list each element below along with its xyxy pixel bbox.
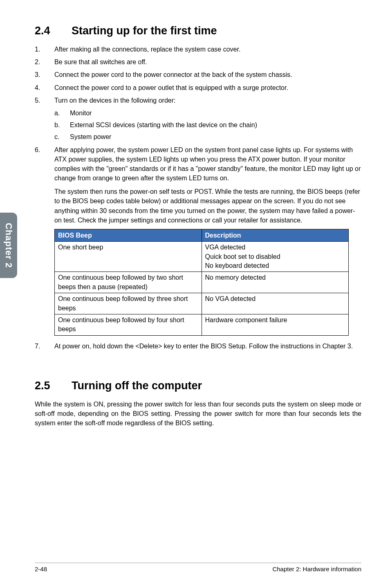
sub-step-item: b.External SCSI devices (starting with t… <box>54 120 361 130</box>
sub-letter: a. <box>54 108 60 118</box>
step-item: After applying power, the system power L… <box>35 145 361 336</box>
step-text: After making all the connections, replac… <box>54 46 240 53</box>
step-item: Turn on the devices in the following ord… <box>35 96 361 142</box>
section-heading: Turning off the computer <box>72 379 202 392</box>
section-2-5-title: 2.5Turning off the computer <box>35 379 361 392</box>
footer-page-number: 2-48 <box>35 566 47 572</box>
step-text: Turn on the devices in the following ord… <box>54 97 175 104</box>
section-number: 2.4 <box>35 25 72 37</box>
section-2-4-title: 2.4Starting up for the first time <box>35 25 361 37</box>
table-cell: VGA detected Quick boot set to disabled … <box>202 242 349 272</box>
table-header: Description <box>202 229 349 242</box>
step-text: After applying power, the system power L… <box>54 146 361 182</box>
table-row: One continuous beep followed by three sh… <box>55 293 349 314</box>
table-header-row: BIOS Beep Description <box>55 229 349 242</box>
table-cell: One short beep <box>55 242 202 272</box>
table-cell: Hardware component failure <box>202 314 349 335</box>
section-2-5-paragraph: While the system is ON, pressing the pow… <box>35 399 361 428</box>
steps-list: After making all the connections, replac… <box>35 45 361 351</box>
section-heading: Starting up for the first time <box>72 25 217 37</box>
step-text: Be sure that all switches are off. <box>54 58 147 65</box>
footer-chapter: Chapter 2: Hardware information <box>272 566 361 572</box>
table-header: BIOS Beep <box>55 229 202 242</box>
sub-letter: c. <box>54 132 59 141</box>
step-item: Be sure that all switches are off. <box>35 57 361 67</box>
table-cell: No memory detected <box>202 272 349 293</box>
sub-text: Monitor <box>70 110 92 117</box>
table-row: One short beep VGA detected Quick boot s… <box>55 242 349 272</box>
step-text: Connect the power cord to a power outlet… <box>54 84 288 91</box>
table-row: One continuous beep followed by two shor… <box>55 272 349 293</box>
page-footer: 2-48 Chapter 2: Hardware information <box>35 563 361 572</box>
step-item: After making all the connections, replac… <box>35 45 361 54</box>
sub-step-item: c.System power <box>54 132 361 141</box>
step-item: Connect the power cord to the power conn… <box>35 70 361 79</box>
table-cell: No VGA detected <box>202 293 349 314</box>
sub-step-item: a.Monitor <box>54 108 361 118</box>
step-paragraph: The system then runs the power-on self t… <box>54 187 361 225</box>
sub-text: System power <box>70 133 111 140</box>
section-number: 2.5 <box>35 379 72 392</box>
bios-beep-table: BIOS Beep Description One short beep VGA… <box>54 229 349 336</box>
sub-text: External SCSI devices (starting with the… <box>70 121 257 128</box>
chapter-side-tab: Chapter 2 <box>0 213 17 278</box>
step-text: At power on, hold down the <Delete> key … <box>54 341 361 351</box>
step-item: At power on, hold down the <Delete> key … <box>35 341 361 351</box>
step-text: Connect the power cord to the power conn… <box>54 71 292 78</box>
table-row: One continuous beep followed by four sho… <box>55 314 349 335</box>
table-cell: One continuous beep followed by two shor… <box>55 272 202 293</box>
step-item: Connect the power cord to a power outlet… <box>35 83 361 92</box>
sub-steps-list: a.Monitor b.External SCSI devices (start… <box>54 108 361 142</box>
sub-letter: b. <box>54 120 60 130</box>
table-cell: One continuous beep followed by four sho… <box>55 314 202 335</box>
table-cell: One continuous beep followed by three sh… <box>55 293 202 314</box>
side-tab-label: Chapter 2 <box>3 223 14 268</box>
